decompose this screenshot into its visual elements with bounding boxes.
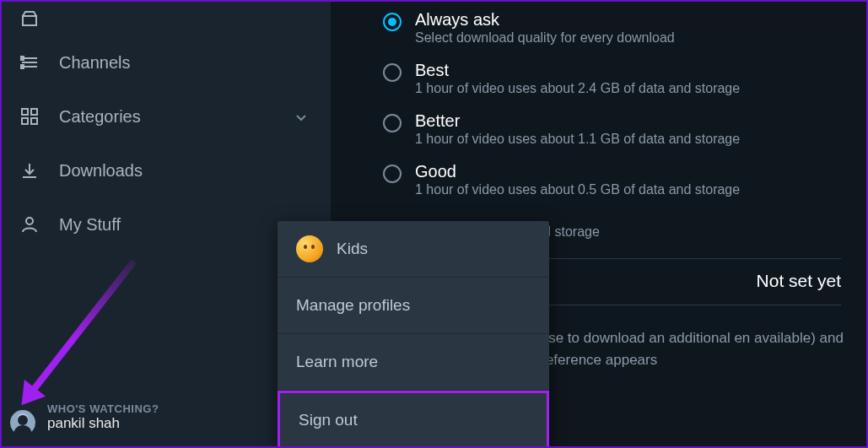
person-icon	[20, 215, 47, 234]
option-sub: 1 hour of video uses about 1.1 GB of dat…	[415, 132, 740, 147]
sidebar-item-store[interactable]	[2, 2, 331, 35]
nav-label: Downloads	[59, 161, 143, 181]
nav-label: My Stuff	[59, 215, 121, 235]
svg-rect-8	[22, 118, 28, 124]
avatar	[10, 410, 35, 435]
radio-icon	[383, 165, 402, 183]
popup-label: Sign out	[299, 411, 358, 429]
option-title: Good	[415, 162, 740, 181]
sidebar-item-downloads[interactable]: Downloads	[2, 143, 331, 197]
profile-name: pankil shah	[47, 415, 159, 432]
popup-item-learn-more[interactable]: Learn more	[278, 334, 549, 391]
popup-item-manage-profiles[interactable]: Manage profiles	[278, 278, 549, 334]
option-sub: 1 hour of video uses about 2.4 GB of dat…	[415, 81, 740, 96]
radio-icon	[383, 13, 402, 31]
option-title: Best	[415, 61, 740, 80]
nav-label: Categories	[59, 107, 141, 127]
svg-rect-9	[31, 118, 37, 124]
sidebar-item-categories[interactable]: Categories	[2, 89, 331, 143]
option-title: Always ask	[415, 10, 675, 30]
quality-option-good[interactable]: Good 1 hour of video uses about 0.5 GB o…	[383, 162, 866, 197]
svg-rect-6	[22, 109, 28, 115]
option-sub: Select download quality for every downlo…	[415, 30, 675, 46]
svg-rect-5	[21, 65, 24, 68]
option-sub: 1 hour of video uses about 0.5 GB of dat…	[415, 182, 740, 197]
categories-icon	[20, 107, 47, 126]
popup-label: Learn more	[296, 353, 378, 371]
whos-watching-label: WHO'S WATCHING?	[47, 402, 159, 415]
setting-value: Not set yet	[757, 271, 841, 291]
channels-icon	[20, 53, 47, 72]
download-icon	[20, 161, 47, 180]
svg-point-10	[26, 218, 33, 224]
chevron-down-icon	[295, 107, 307, 127]
quality-option-always-ask[interactable]: Always ask Select download quality for e…	[383, 10, 866, 46]
popup-item-sign-out[interactable]: Sign out	[278, 391, 549, 447]
option-title: Better	[415, 111, 740, 131]
sidebar-item-channels[interactable]: Channels	[2, 35, 331, 89]
quality-option-better[interactable]: Better 1 hour of video uses about 1.1 GB…	[383, 111, 866, 147]
popup-label: Kids	[337, 240, 368, 258]
profile-popup: Kids Manage profiles Learn more Sign out	[278, 221, 549, 447]
svg-rect-0	[23, 16, 36, 25]
svg-rect-4	[21, 57, 24, 60]
svg-rect-7	[31, 109, 37, 115]
popup-label: Manage profiles	[296, 296, 410, 315]
nav-label: Channels	[59, 53, 131, 73]
store-icon	[20, 9, 47, 28]
kids-avatar-icon	[296, 235, 323, 262]
radio-icon	[383, 114, 402, 132]
radio-icon	[383, 63, 402, 82]
quality-option-best[interactable]: Best 1 hour of video uses about 2.4 GB o…	[383, 61, 866, 96]
popup-item-kids[interactable]: Kids	[278, 221, 549, 278]
